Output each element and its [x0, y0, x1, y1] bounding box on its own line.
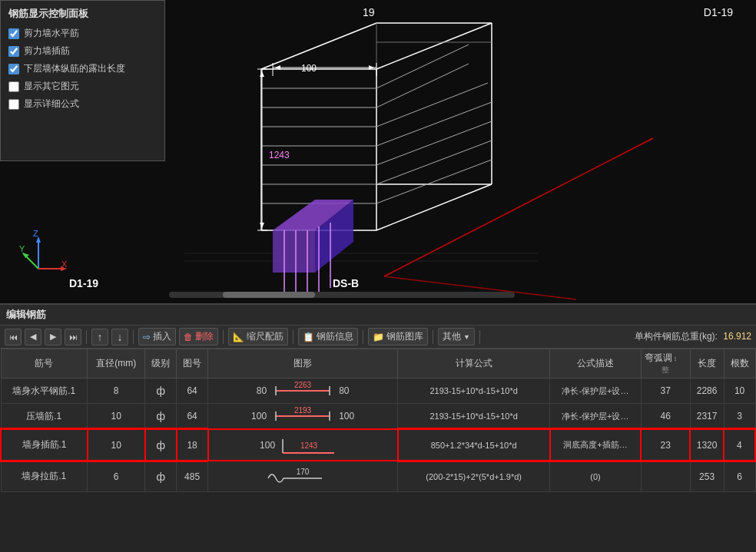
bottom-area: 编辑钢筋 ⏮ ◀ ▶ ⏭ ↑ ↓ ⇨ 插入 🗑 删除 📐 缩尺配筋 📋 钢筋信息	[0, 303, 756, 552]
col-header-fig: 图号	[177, 349, 208, 378]
col-header-formula: 计算公式	[398, 349, 550, 378]
cell-diameter: 10	[88, 404, 145, 430]
cell-diameter: 8	[88, 378, 145, 404]
shape-svg: 2263	[268, 380, 337, 402]
cell-formula: 2193-15+10*d-15+10*d	[398, 378, 550, 404]
cell-length: 253	[690, 461, 724, 492]
col-header-desc: 公式描述	[550, 349, 642, 378]
checkbox-other-elements[interactable]: 显示其它图元	[8, 80, 157, 93]
cell-grade: ф	[145, 429, 177, 461]
table-row[interactable]: 墙身拉筋.1 6 ф 485 170 (200-2*15)+2*(5*d+1.9…	[1, 461, 755, 492]
insert-label: 插入	[153, 330, 171, 343]
sep1	[86, 330, 87, 344]
cell-formula: (200-2*15)+2*(5*d+1.9*d)	[398, 461, 550, 492]
cell-fig: 485	[177, 461, 208, 492]
cell-formula: 2193-15+10*d-15+10*d	[398, 404, 550, 430]
svg-rect-49	[169, 292, 515, 298]
cell-shape: 100 1243	[208, 429, 398, 461]
btn-scale[interactable]: 📐 缩尺配筋	[228, 328, 288, 345]
col-header-shape: 图形	[208, 349, 398, 378]
sep5	[363, 330, 363, 344]
cell-desc: 净长-保护层+设…	[550, 378, 642, 404]
cell-diameter: 6	[88, 461, 145, 492]
cell-fig: 64	[177, 404, 208, 430]
cell-adj	[641, 461, 690, 492]
checkbox-detailed-formula[interactable]: 显示详细公式	[8, 98, 157, 111]
col-header-len: 长度	[690, 349, 724, 378]
checkbox-lower-expose[interactable]: 下层墙体纵筋的露出长度	[8, 62, 157, 75]
sep4	[293, 330, 293, 344]
total-weight-value: 16.912	[723, 331, 751, 342]
table-row[interactable]: 压墙筋.1 10 ф 64 100 2193 100 2193-15+10*d-…	[1, 404, 755, 430]
btn-up[interactable]: ↑	[91, 329, 108, 345]
rebar-table-container: 筋号 直径(mm) 级别 图号 图形 计算公式 公式描述 弯弧调↕ 整 长度 根…	[0, 349, 756, 492]
btn-down[interactable]: ↓	[111, 329, 128, 345]
info-label: 钢筋信息	[317, 330, 353, 343]
cell-fig: 18	[177, 429, 208, 461]
label-1243: 1243	[269, 150, 290, 160]
btn-delete[interactable]: 🗑 删除	[179, 328, 218, 345]
cell-desc: (0)	[550, 461, 642, 492]
cell-length: 2317	[690, 404, 724, 430]
btn-info[interactable]: 📋 钢筋信息	[298, 328, 358, 345]
dropdown-icon: ▼	[463, 333, 470, 341]
label-d1-19: D1-19	[69, 277, 98, 289]
col-header-id: 筋号	[1, 349, 88, 378]
cell-length: 1320	[690, 429, 724, 461]
cell-adj: 46	[641, 404, 690, 430]
table-row[interactable]: 墙身水平钢筋.1 8 ф 64 80 2263 80 2193-15+10*d-…	[1, 378, 755, 404]
checkbox-insert-rebar[interactable]: 剪力墙插筋	[8, 45, 157, 58]
rebar-table: 筋号 直径(mm) 级别 图号 图形 计算公式 公式描述 弯弧调↕ 整 长度 根…	[0, 349, 756, 492]
table-row[interactable]: 墙身插筋.1 10 ф 18 100 1243 850+1.2*34*d-15+…	[1, 429, 755, 461]
btn-prev[interactable]: ◀	[25, 329, 41, 345]
checkbox-horizontal-rebar[interactable]: 剪力墙水平筋	[8, 27, 157, 40]
cell-adj: 23	[641, 429, 690, 461]
label-top-right: D1-19	[704, 6, 733, 18]
control-panel: 钢筋显示控制面板 剪力墙水平筋 剪力墙插筋 下层墙体纵筋的露出长度 显示其它图元…	[0, 0, 165, 161]
btn-insert[interactable]: ⇨ 插入	[138, 328, 176, 345]
shape-svg: 1243	[277, 431, 346, 458]
cell-desc: 净长-保护层+设…	[550, 404, 642, 430]
scale-label: 缩尺配筋	[247, 330, 284, 343]
shape-svg: 170	[260, 463, 345, 490]
cell-id: 墙身插筋.1	[1, 429, 88, 461]
control-panel-title: 钢筋显示控制面板	[8, 7, 157, 21]
cell-id: 墙身拉筋.1	[1, 461, 88, 492]
toolbar: ⏮ ◀ ▶ ⏭ ↑ ↓ ⇨ 插入 🗑 删除 📐 缩尺配筋 📋 钢筋信息 📁 钢筋…	[0, 326, 756, 349]
svg-text:2263: 2263	[294, 381, 312, 389]
cell-shape: 100 2193 100	[208, 404, 398, 430]
cell-formula: 850+1.2*34*d-15+10*d	[398, 429, 550, 461]
cell-count: 3	[724, 404, 755, 430]
library-label: 钢筋图库	[386, 330, 423, 343]
svg-rect-50	[223, 292, 315, 298]
col-header-count: 根数	[724, 349, 755, 378]
sep6	[433, 330, 433, 344]
viewport-3d: 钢筋显示控制面板 剪力墙水平筋 剪力墙插筋 下层墙体纵筋的露出长度 显示其它图元…	[0, 0, 756, 303]
shape-svg: 2193	[268, 405, 337, 427]
svg-marker-55	[22, 253, 29, 258]
btn-next[interactable]: ▶	[45, 329, 61, 345]
btn-last[interactable]: ⏭	[65, 329, 81, 345]
svg-text:2193: 2193	[294, 406, 312, 415]
cell-id: 压墙筋.1	[1, 404, 88, 430]
svg-marker-31	[273, 230, 315, 273]
section-title: 编辑钢筋	[0, 305, 756, 326]
svg-text:Z: Z	[33, 230, 38, 238]
sep3	[223, 330, 224, 344]
label-top-center: 19	[363, 6, 375, 18]
delete-icon: 🗑	[184, 332, 193, 342]
btn-library[interactable]: 📁 钢筋图库	[368, 328, 428, 345]
cell-desc: 洞底高度+插筋…	[550, 429, 642, 461]
sep7	[479, 330, 480, 344]
label-dsb: DS-B	[333, 277, 359, 289]
svg-text:X: X	[61, 259, 68, 269]
scale-icon: 📐	[233, 332, 244, 342]
cell-diameter: 10	[88, 429, 145, 461]
label-100: 100	[301, 63, 317, 74]
other-label: 其他	[443, 330, 461, 343]
svg-text:Y: Y	[19, 244, 25, 253]
info-icon: 📋	[303, 332, 314, 342]
btn-first[interactable]: ⏮	[5, 329, 22, 345]
cell-grade: ф	[145, 461, 177, 492]
btn-other[interactable]: 其他 ▼	[438, 328, 475, 345]
